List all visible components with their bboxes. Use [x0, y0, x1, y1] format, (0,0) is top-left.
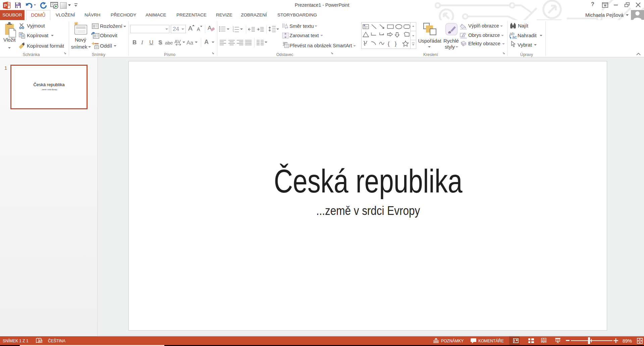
svg-text:A: A	[364, 24, 366, 27]
svg-text:3: 3	[233, 31, 234, 32]
svg-text:A: A	[285, 23, 288, 27]
svg-text:{: {	[388, 41, 390, 47]
svg-text:}: }	[395, 41, 397, 47]
svg-text:P: P	[4, 3, 7, 8]
svg-text:2: 2	[233, 28, 234, 31]
svg-text:1: 1	[233, 26, 234, 28]
